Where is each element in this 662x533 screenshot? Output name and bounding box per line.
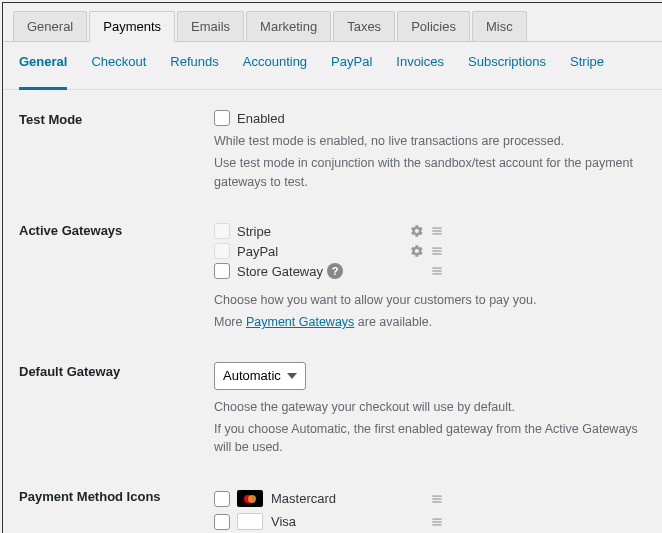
gear-icon[interactable] <box>410 244 424 258</box>
main-tab-marketing[interactable]: Marketing <box>246 11 331 41</box>
mc-card-icon <box>237 490 263 507</box>
svg-rect-0 <box>432 228 441 229</box>
sub-tab-invoices[interactable]: Invoices <box>396 54 444 79</box>
payment-method-item: VISAVisa <box>214 510 444 533</box>
sub-tab-stripe[interactable]: Stripe <box>570 54 604 79</box>
gateway-item: Stripe <box>214 221 444 241</box>
gateway-item: Store Gateway? <box>214 261 444 281</box>
gateway-checkbox-disabled <box>214 223 230 239</box>
payment-method-item: Mastercard <box>214 487 444 510</box>
active-gateways-help-1: Choose how you want to allow your custom… <box>214 291 647 310</box>
main-tabs: GeneralPaymentsEmailsMarketingTaxesPolic… <box>3 3 662 42</box>
main-tab-misc[interactable]: Misc <box>472 11 527 41</box>
sub-tab-accounting[interactable]: Accounting <box>243 54 307 79</box>
gateway-label: Store Gateway <box>237 264 323 279</box>
active-gateways-label: Active Gateways <box>19 221 214 332</box>
sub-tab-paypal[interactable]: PayPal <box>331 54 372 79</box>
default-gateway-help-2: If you choose Automatic, the first enabl… <box>214 420 647 458</box>
main-tab-policies[interactable]: Policies <box>397 11 470 41</box>
svg-rect-10 <box>432 498 441 499</box>
payment-method-checkbox[interactable] <box>214 514 230 530</box>
test-mode-label: Test Mode <box>19 110 214 191</box>
drag-handle-icon[interactable] <box>430 264 444 278</box>
svg-rect-1 <box>432 231 441 232</box>
svg-rect-6 <box>432 268 441 269</box>
svg-rect-9 <box>432 495 441 496</box>
gateway-label: PayPal <box>237 244 278 259</box>
sub-tab-general[interactable]: General <box>19 54 67 90</box>
test-mode-help-2: Use test mode in conjunction with the sa… <box>214 154 647 192</box>
payment-method-label: Mastercard <box>271 491 336 506</box>
svg-rect-11 <box>432 501 441 502</box>
sub-tab-subscriptions[interactable]: Subscriptions <box>468 54 546 79</box>
drag-handle-icon[interactable] <box>430 515 444 529</box>
test-mode-enabled-label: Enabled <box>237 111 285 126</box>
payment-gateways-link[interactable]: Payment Gateways <box>246 315 354 329</box>
gear-icon[interactable] <box>410 224 424 238</box>
svg-rect-8 <box>432 274 441 275</box>
svg-rect-2 <box>432 234 441 235</box>
default-gateway-help-1: Choose the gateway your checkout will us… <box>214 398 647 417</box>
default-gateway-select[interactable]: Automatic <box>214 362 306 390</box>
test-mode-checkbox[interactable] <box>214 110 230 126</box>
payment-method-checkbox[interactable] <box>214 491 230 507</box>
svg-rect-12 <box>432 518 441 519</box>
active-gateways-help-2: More Payment Gateways are available. <box>214 313 647 332</box>
svg-rect-13 <box>432 521 441 522</box>
visa-card-icon: VISA <box>237 513 263 530</box>
svg-rect-14 <box>432 524 441 525</box>
default-gateway-label: Default Gateway <box>19 362 214 457</box>
main-tab-general[interactable]: General <box>13 11 87 41</box>
payment-method-label: Visa <box>271 514 296 529</box>
payment-icons-label: Payment Method Icons <box>19 487 214 533</box>
svg-rect-7 <box>432 271 441 272</box>
svg-rect-4 <box>432 251 441 252</box>
sub-tab-checkout[interactable]: Checkout <box>91 54 146 79</box>
sub-tabs: GeneralCheckoutRefundsAccountingPayPalIn… <box>3 42 662 90</box>
svg-rect-3 <box>432 248 441 249</box>
main-tab-taxes[interactable]: Taxes <box>333 11 395 41</box>
main-tab-emails[interactable]: Emails <box>177 11 244 41</box>
help-icon[interactable]: ? <box>327 263 343 279</box>
sub-tab-refunds[interactable]: Refunds <box>170 54 218 79</box>
svg-rect-5 <box>432 254 441 255</box>
gateway-label: Stripe <box>237 224 271 239</box>
gateway-item: PayPal <box>214 241 444 261</box>
drag-handle-icon[interactable] <box>430 224 444 238</box>
test-mode-help-1: While test mode is enabled, no live tran… <box>214 132 647 151</box>
gateway-checkbox-disabled <box>214 243 230 259</box>
gateway-checkbox[interactable] <box>214 263 230 279</box>
main-tab-payments[interactable]: Payments <box>89 11 175 42</box>
drag-handle-icon[interactable] <box>430 492 444 506</box>
drag-handle-icon[interactable] <box>430 244 444 258</box>
